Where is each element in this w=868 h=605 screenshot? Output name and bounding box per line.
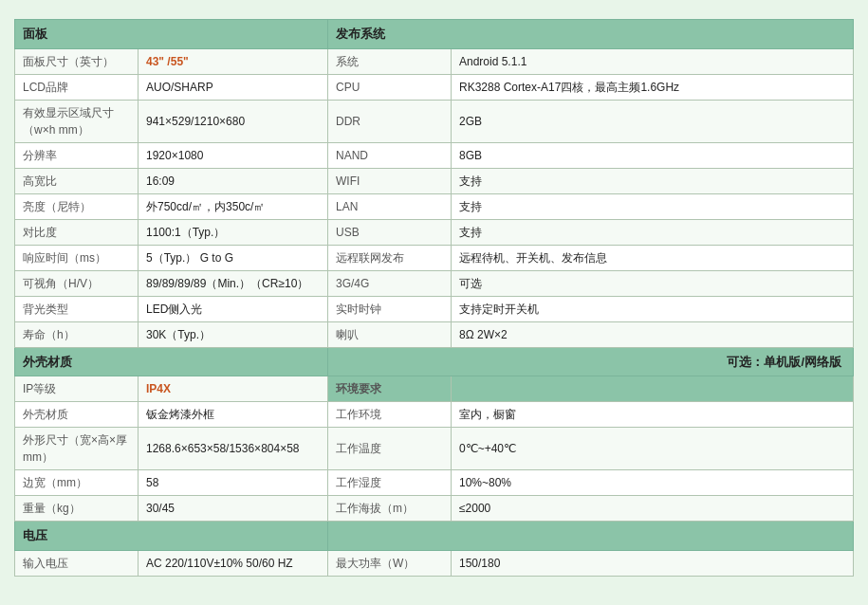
row-value-right [452, 376, 854, 402]
table-row: 输入电压AC 220/110V±10% 50/60 HZ最大功率（W）150/1… [15, 550, 854, 576]
row-label-right: CPU [328, 74, 452, 100]
row-label-right: NAND [328, 142, 452, 168]
row-label-left: IP等级 [15, 376, 139, 402]
row-value-right: 支持 [452, 168, 854, 193]
table-row: 高宽比16:09WIFI支持 [15, 168, 854, 193]
row-value-right: 10%~80% [452, 470, 854, 496]
section-header-right: 发布系统 [328, 20, 854, 49]
row-label-right: 工作环境 [328, 402, 452, 428]
row-label-left: 背光类型 [15, 296, 139, 321]
row-value-left: 941×529/1210×680 [139, 100, 328, 142]
table-row: 外形尺寸（宽×高×厚 mm）1268.6×653×58/1536×804×58工… [15, 428, 854, 470]
section-header-row: 面板发布系统 [15, 20, 854, 49]
row-label-left: 输入电压 [15, 550, 139, 576]
row-value-right: 8Ω 2W×2 [452, 321, 854, 347]
section-header-left: 外壳材质 [15, 347, 328, 376]
row-label-left: 重量（kg） [15, 496, 139, 522]
row-value-left: AUO/SHARP [139, 74, 328, 100]
row-label-right: DDR [328, 100, 452, 142]
row-value-left: 钣金烤漆外框 [139, 402, 328, 428]
row-label-left: 可视角（H/V） [15, 270, 139, 296]
row-label-left: 外壳材质 [15, 402, 139, 428]
row-value-left: 30/45 [139, 496, 328, 522]
row-label-left: 边宽（mm） [15, 470, 139, 496]
row-value-left: 1100:1（Typ.） [139, 219, 328, 245]
row-value-right: 8GB [452, 142, 854, 168]
row-value-right: 支持 [452, 193, 854, 219]
table-row: 外壳材质钣金烤漆外框工作环境室内，橱窗 [15, 402, 854, 428]
table-row: 分辨率1920×1080NAND8GB [15, 142, 854, 168]
section-header-left: 面板 [15, 20, 328, 49]
table-row: IP等级IP4X环境要求 [15, 376, 854, 402]
row-label-left: 高宽比 [15, 168, 139, 193]
row-value-left: 16:09 [139, 168, 328, 193]
row-label-left: 外形尺寸（宽×高×厚 mm） [15, 428, 139, 470]
row-value-right: 支持定时开关机 [452, 296, 854, 321]
section-header-right [328, 522, 854, 551]
row-value-left: 43" /55" [139, 48, 328, 74]
table-row: 对比度1100:1（Typ.）USB支持 [15, 219, 854, 245]
row-label-right: 工作温度 [328, 428, 452, 470]
section-header-row: 外壳材质可选：单机版/网络版 [15, 347, 854, 376]
row-value-right: 150/180 [452, 550, 854, 576]
row-label-left: 有效显示区域尺寸（w×h mm） [15, 100, 139, 142]
row-label-left: 响应时间（ms） [15, 245, 139, 270]
row-label-left: 对比度 [15, 219, 139, 245]
row-value-right: 0℃~+40℃ [452, 428, 854, 470]
row-label-right: USB [328, 219, 452, 245]
row-label-left: LCD品牌 [15, 74, 139, 100]
table-row: 边宽（mm）58工作湿度10%~80% [15, 470, 854, 496]
row-value-left: 5（Typ.） G to G [139, 245, 328, 270]
spec-table-wrapper: 面板发布系统面板尺寸（英寸）43" /55"系统Android 5.1.1LCD… [14, 19, 854, 577]
table-row: 背光类型LED侧入光实时时钟支持定时开关机 [15, 296, 854, 321]
row-value-left: AC 220/110V±10% 50/60 HZ [139, 550, 328, 576]
row-value-left: IP4X [139, 376, 328, 402]
row-label-right: 喇叭 [328, 321, 452, 347]
row-label-right: LAN [328, 193, 452, 219]
row-value-right: 支持 [452, 219, 854, 245]
row-label-right: 工作海拔（m） [328, 496, 452, 522]
row-label-left: 分辨率 [15, 142, 139, 168]
section-header-row: 电压 [15, 522, 854, 551]
row-label-right: 实时时钟 [328, 296, 452, 321]
row-label-right: 3G/4G [328, 270, 452, 296]
row-value-right: 2GB [452, 100, 854, 142]
row-label-left: 亮度（尼特） [15, 193, 139, 219]
row-value-right: 可选 [452, 270, 854, 296]
table-row: 可视角（H/V）89/89/89/89（Min.）（CR≥10）3G/4G可选 [15, 270, 854, 296]
row-value-left: 1268.6×653×58/1536×804×58 [139, 428, 328, 470]
row-value-right: 远程待机、开关机、发布信息 [452, 245, 854, 270]
spec-table: 面板发布系统面板尺寸（英寸）43" /55"系统Android 5.1.1LCD… [14, 19, 854, 577]
row-label-left: 面板尺寸（英寸） [15, 48, 139, 74]
table-row: 亮度（尼特）外750cd/㎡，内350c/㎡LAN支持 [15, 193, 854, 219]
row-value-right: ≤2000 [452, 496, 854, 522]
section-header-left: 电压 [15, 522, 328, 551]
row-label-right: 工作湿度 [328, 470, 452, 496]
row-label-left: 寿命（h） [15, 321, 139, 347]
row-label-right: 环境要求 [328, 376, 452, 402]
row-value-left: 1920×1080 [139, 142, 328, 168]
row-value-left: 外750cd/㎡，内350c/㎡ [139, 193, 328, 219]
row-value-right: Android 5.1.1 [452, 48, 854, 74]
table-row: 寿命（h）30K（Typ.）喇叭8Ω 2W×2 [15, 321, 854, 347]
row-label-right: 远程联网发布 [328, 245, 452, 270]
table-row: 面板尺寸（英寸）43" /55"系统Android 5.1.1 [15, 48, 854, 74]
row-value-left: 58 [139, 470, 328, 496]
row-value-left: 30K（Typ.） [139, 321, 328, 347]
table-row: LCD品牌AUO/SHARPCPURK3288 Cortex-A17四核，最高主… [15, 74, 854, 100]
table-row: 有效显示区域尺寸（w×h mm）941×529/1210×680DDR2GB [15, 100, 854, 142]
row-value-left: 89/89/89/89（Min.）（CR≥10） [139, 270, 328, 296]
row-value-left: LED侧入光 [139, 296, 328, 321]
row-value-right: 室内，橱窗 [452, 402, 854, 428]
row-value-right: RK3288 Cortex-A17四核，最高主频1.6GHz [452, 74, 854, 100]
table-row: 重量（kg）30/45工作海拔（m）≤2000 [15, 496, 854, 522]
row-label-right: 系统 [328, 48, 452, 74]
row-label-right: 最大功率（W） [328, 550, 452, 576]
section-header-right: 可选：单机版/网络版 [328, 347, 854, 376]
table-row: 响应时间（ms）5（Typ.） G to G远程联网发布远程待机、开关机、发布信… [15, 245, 854, 270]
row-label-right: WIFI [328, 168, 452, 193]
